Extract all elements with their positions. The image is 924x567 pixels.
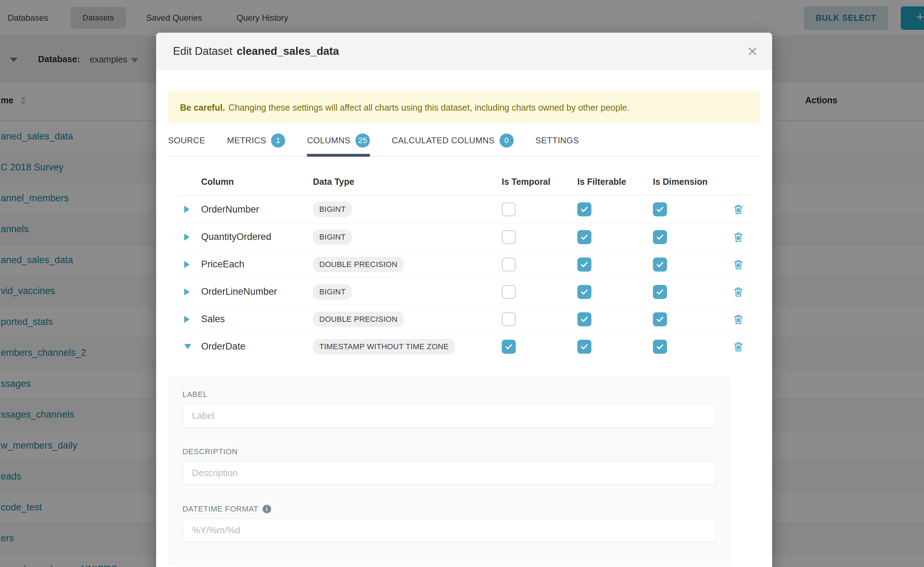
warning-banner: Be careful. Changing these settings will… [168, 92, 760, 124]
expand-caret-icon[interactable] [184, 234, 190, 241]
data-type-pill: DOUBLE PRECISION [313, 257, 403, 272]
datetime-format-field-label: DATETIME FORMAT i [182, 504, 716, 514]
column-name: OrderLineNumber [201, 286, 277, 297]
datetime-format-input[interactable] [182, 519, 716, 542]
data-type-pill: BIGINT [313, 284, 352, 300]
is-filterable-checkbox[interactable] [577, 285, 591, 299]
is-filterable-checkbox[interactable] [577, 230, 591, 244]
modal-header: Edit Datasetcleaned_sales_data ✕ [156, 33, 772, 70]
delete-column-button[interactable] [732, 341, 744, 353]
is-temporal-checkbox[interactable] [502, 230, 516, 244]
header-is-temporal: Is Temporal [498, 177, 573, 187]
column-row: OrderDateTIMESTAMP WITHOUT TIME ZONE [179, 333, 752, 360]
delete-column-button[interactable] [732, 258, 744, 270]
tab-label: METRICS [227, 136, 266, 146]
is-filterable-checkbox[interactable] [577, 258, 591, 272]
warning-text: Changing these settings will affect all … [229, 103, 630, 113]
is-temporal-checkbox[interactable] [502, 202, 516, 216]
expand-caret-icon[interactable] [184, 316, 190, 323]
column-detail-panel: LABEL DESCRIPTION DATETIME FORMAT i [168, 376, 731, 566]
delete-column-button[interactable] [732, 314, 744, 325]
is-filterable-checkbox[interactable] [577, 340, 591, 354]
tab-badge: 25 [355, 134, 370, 147]
columns-rows: OrderNumberBIGINTQuantityOrderedBIGINTPr… [179, 196, 752, 360]
tab-label: COLUMNS [307, 136, 351, 146]
modal-dataset-name: cleaned_sales_data [236, 45, 339, 57]
is-dimension-checkbox[interactable] [653, 285, 667, 299]
header-data-type: Data Type [313, 177, 498, 187]
is-dimension-checkbox[interactable] [653, 258, 667, 272]
warning-bold: Be careful. [180, 103, 225, 113]
edit-dataset-modal: Edit Datasetcleaned_sales_data ✕ Be care… [156, 33, 772, 567]
modal-title: Edit Datasetcleaned_sales_data [173, 45, 339, 58]
delete-column-button[interactable] [732, 231, 744, 243]
header-is-filterable: Is Filterable [573, 177, 649, 187]
column-name: PriceEach [201, 259, 244, 270]
delete-column-button[interactable] [732, 286, 744, 298]
tab-label: CALCULATED COLUMNS [392, 136, 495, 146]
tab-metrics[interactable]: METRICS1 [227, 134, 286, 156]
modal-title-prefix: Edit Dataset [173, 45, 232, 57]
is-temporal-checkbox[interactable] [502, 285, 516, 299]
columns-table-header: Column Data Type Is Temporal Is Filterab… [179, 168, 752, 196]
data-type-pill: DOUBLE PRECISION [313, 312, 403, 327]
page: Databases Datasets Saved Queries Query H… [0, 0, 924, 567]
tab-badge: 1 [271, 134, 285, 147]
tab-source[interactable]: SOURCE [168, 134, 205, 156]
label-field-label: LABEL [182, 390, 716, 399]
data-type-pill: BIGINT [313, 230, 352, 245]
is-dimension-checkbox[interactable] [653, 312, 667, 326]
column-row: SalesDOUBLE PRECISION [179, 305, 752, 333]
tab-badge: 0 [500, 134, 514, 147]
expand-caret-icon[interactable] [184, 206, 190, 213]
tab-label: SETTINGS [536, 136, 579, 146]
expand-caret-icon[interactable] [184, 261, 190, 268]
data-type-pill: TIMESTAMP WITHOUT TIME ZONE [313, 339, 455, 354]
delete-column-button[interactable] [732, 203, 744, 215]
tab-columns[interactable]: COLUMNS25 [307, 134, 370, 156]
column-row: OrderNumberBIGINT [179, 196, 752, 223]
column-row: OrderLineNumberBIGINT [179, 278, 752, 305]
column-name: QuantityOrdered [201, 231, 271, 242]
label-field-group: LABEL [182, 390, 716, 428]
is-temporal-checkbox[interactable] [502, 340, 516, 354]
close-icon[interactable]: ✕ [747, 33, 758, 70]
is-filterable-checkbox[interactable] [577, 202, 591, 216]
column-row: QuantityOrderedBIGINT [179, 223, 752, 250]
tab-label: SOURCE [168, 136, 205, 146]
is-dimension-checkbox[interactable] [653, 340, 667, 354]
is-filterable-checkbox[interactable] [577, 312, 591, 326]
is-temporal-checkbox[interactable] [502, 258, 516, 272]
expand-caret-icon[interactable] [184, 288, 190, 296]
header-column: Column [201, 177, 313, 187]
data-type-pill: BIGINT [313, 202, 352, 217]
column-name: OrderDate [201, 341, 245, 352]
is-dimension-checkbox[interactable] [653, 230, 667, 244]
description-field-label: DESCRIPTION [182, 447, 716, 456]
modal-body: Be careful. Changing these settings will… [156, 92, 772, 566]
datetime-format-field-group: DATETIME FORMAT i [182, 504, 716, 542]
tab-settings[interactable]: SETTINGS [536, 134, 579, 156]
tab-calculated-columns[interactable]: CALCULATED COLUMNS0 [392, 134, 514, 156]
is-temporal-checkbox[interactable] [502, 312, 516, 326]
description-field-group: DESCRIPTION [182, 447, 716, 485]
info-icon[interactable]: i [263, 505, 271, 513]
column-name: Sales [201, 314, 225, 324]
column-name: OrderNumber [201, 204, 259, 214]
collapse-caret-icon[interactable] [184, 344, 191, 349]
header-is-dimension: Is Dimension [649, 177, 724, 187]
label-input[interactable] [182, 404, 716, 428]
is-dimension-checkbox[interactable] [653, 202, 667, 216]
columns-table: Column Data Type Is Temporal Is Filterab… [179, 168, 752, 360]
column-row: PriceEachDOUBLE PRECISION [179, 250, 752, 278]
description-input[interactable] [182, 461, 716, 485]
modal-tabs: SOURCEMETRICS1COLUMNS25CALCULATED COLUMN… [168, 134, 760, 157]
